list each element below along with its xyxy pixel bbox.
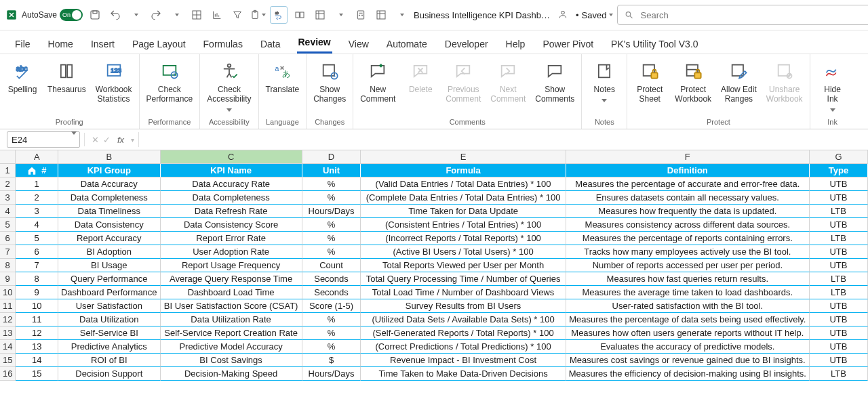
table-header-cell[interactable]: Type [810, 164, 868, 177]
cell[interactable]: Report Usage Frequency [161, 259, 302, 272]
cell[interactable]: Hours/Days [302, 367, 361, 381]
cell[interactable]: % [302, 218, 361, 232]
cell[interactable]: Seconds [302, 286, 361, 299]
cell[interactable]: Measures the percentage of reports conta… [566, 232, 810, 245]
cell[interactable]: UTB [810, 191, 868, 205]
cell[interactable]: UTB [810, 218, 868, 232]
cell[interactable]: Hours/Days [302, 205, 361, 218]
document-name[interactable]: Business Intelligence KPI Dashb… [414, 10, 550, 20]
cell[interactable]: (Self-Generated Reports / Total Reports)… [361, 326, 566, 340]
cell[interactable]: UTB [810, 259, 868, 272]
cell[interactable]: 5 [16, 232, 58, 245]
cell[interactable]: 8 [16, 272, 58, 286]
save-icon[interactable] [87, 7, 103, 23]
cell[interactable]: 2 [16, 191, 58, 205]
show-comments-button[interactable]: Show Comments [535, 58, 574, 104]
cell[interactable]: Measures how fast queries return results… [566, 272, 810, 286]
cell[interactable]: Time Taken for Data Update [361, 205, 566, 218]
cell[interactable]: Data Utilization Rate [161, 313, 302, 326]
cell[interactable]: Tracks how many employees actively use t… [566, 245, 810, 259]
enter-icon[interactable]: ✓ [103, 135, 111, 145]
notes-button[interactable]: Notes [589, 58, 620, 102]
cell[interactable]: Decision-Making Speed [161, 367, 302, 381]
cell[interactable]: (Correct Predictions / Total Predictions… [361, 340, 566, 354]
cell[interactable]: User Satisfaction [58, 299, 161, 313]
cell[interactable]: Average Query Response Time [161, 272, 302, 286]
cell[interactable]: 13 [16, 340, 58, 354]
cell[interactable]: Measures the average time taken to load … [566, 286, 810, 299]
col-header-A[interactable]: A [16, 150, 58, 164]
row-header[interactable]: 4 [0, 205, 16, 218]
cell[interactable]: Score (1-5) [302, 299, 361, 313]
cell[interactable]: LTB [810, 367, 868, 381]
cell[interactable]: (Incorrect Reports / Total Reports) * 10… [361, 232, 566, 245]
protect-workbook-button[interactable]: Protect Workbook [675, 58, 711, 104]
chart-icon[interactable] [209, 7, 225, 23]
cell[interactable]: LTB [810, 232, 868, 245]
cell[interactable]: Predictive Analytics [58, 340, 161, 354]
cell[interactable]: Time Taken to Make Data-Driven Decisions [361, 367, 566, 381]
row-header[interactable]: 1 [0, 164, 16, 177]
cell[interactable]: UTB [810, 340, 868, 354]
cell[interactable]: Self-Service BI [58, 326, 161, 340]
name-box[interactable]: E24 [7, 131, 80, 148]
search-input[interactable] [639, 9, 869, 21]
cell[interactable]: Data Utilization [58, 313, 161, 326]
merge-icon[interactable] [292, 7, 308, 23]
check-performance-button[interactable]: Check Performance [146, 58, 193, 104]
fx-icon[interactable]: fx [115, 135, 127, 145]
cell[interactable]: ROI of BI [58, 354, 161, 367]
cell[interactable]: Query Performance [58, 272, 161, 286]
workbook-statistics-button[interactable]: 123 Workbook Statistics [96, 58, 132, 104]
cell[interactable]: UTB [810, 354, 868, 367]
cell[interactable]: (Active BI Users / Total Users) * 100 [361, 245, 566, 259]
col-header-E[interactable]: E [361, 150, 566, 164]
format-icon[interactable] [312, 7, 328, 23]
table-header-cell[interactable]: Definition [566, 164, 810, 177]
cell[interactable]: 3 [16, 205, 58, 218]
cell[interactable]: % [302, 313, 361, 326]
row-header[interactable]: 8 [0, 259, 16, 272]
cell[interactable]: Data Accuracy Rate [161, 177, 302, 191]
cell[interactable]: Data Accuracy [58, 177, 161, 191]
tab-review[interactable]: Review [297, 33, 332, 54]
table-header-cell[interactable]: KPI Name [161, 164, 302, 177]
account-icon[interactable] [558, 9, 568, 21]
cell[interactable]: Measures cost savings or revenue gained … [566, 354, 810, 367]
tab-insert[interactable]: Insert [90, 35, 116, 54]
cell[interactable]: 4 [16, 218, 58, 232]
row-header[interactable]: 11 [0, 299, 16, 313]
cell[interactable]: 10 [16, 299, 58, 313]
cell[interactable]: % [302, 340, 361, 354]
cell[interactable]: UTB [810, 299, 868, 313]
cell[interactable]: Total Load Time / Number of Dashboard Vi… [361, 286, 566, 299]
calc-icon[interactable] [353, 7, 369, 23]
row-header[interactable]: 15 [0, 354, 16, 367]
cell[interactable]: 14 [16, 354, 58, 367]
cell[interactable]: Survey Results from BI Users [361, 299, 566, 313]
thesaurus-button[interactable]: Thesaurus [47, 58, 86, 95]
cell[interactable]: UTB [810, 245, 868, 259]
cell[interactable]: (Valid Data Entries / Total Data Entries… [361, 177, 566, 191]
row-header[interactable]: 3 [0, 191, 16, 205]
cell[interactable]: Measures how often users generate report… [566, 326, 810, 340]
table-header-cell[interactable]: Formula [361, 164, 566, 177]
cell[interactable]: Data Completeness [161, 191, 302, 205]
row-header[interactable]: 7 [0, 245, 16, 259]
table-header-cell[interactable]: # [16, 164, 58, 177]
wrap-text-icon[interactable]: ab [270, 6, 288, 24]
cell[interactable]: Measures consistency across different da… [566, 218, 810, 232]
tab-developer[interactable]: Developer [443, 35, 490, 54]
cell[interactable]: 6 [16, 245, 58, 259]
cell[interactable]: BI Usage [58, 259, 161, 272]
cell[interactable]: Number of reports accessed per user per … [566, 259, 810, 272]
tab-home[interactable]: Home [47, 35, 75, 54]
cell[interactable]: Predictive Model Accuracy [161, 340, 302, 354]
protect-sheet-button[interactable]: Protect Sheet [634, 58, 665, 104]
cell[interactable]: Seconds [302, 272, 361, 286]
col-header-G[interactable]: G [810, 150, 868, 164]
chevron-down-icon[interactable]: ▾ [131, 136, 134, 144]
autosave-toggle[interactable]: AutoSave On [22, 9, 83, 21]
qat-customize-dropdown[interactable] [393, 7, 410, 23]
cell[interactable]: Total Query Processing Time / Number of … [361, 272, 566, 286]
